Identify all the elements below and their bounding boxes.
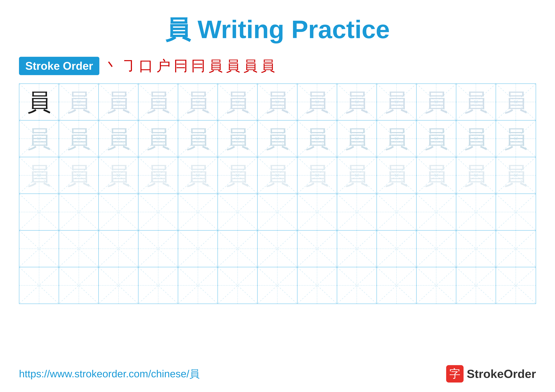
grid-cell[interactable]: 員 [337,157,377,193]
practice-char: 員 [146,90,170,114]
grid-cell[interactable] [99,231,139,267]
grid-cell[interactable]: 員 [337,84,377,120]
grid-cell[interactable]: 員 [19,84,59,120]
grid-cell[interactable] [496,267,536,304]
practice-char: 員 [464,127,488,150]
grid-row-6 [19,267,536,304]
footer-logo: 字 StrokeOrder [446,365,536,383]
grid-cell[interactable] [456,194,496,230]
grid-cell[interactable] [297,231,337,267]
grid-cell[interactable] [139,194,178,230]
grid-cell[interactable]: 員 [416,84,456,120]
grid-cell[interactable] [337,267,377,304]
grid-cell[interactable] [377,194,416,230]
grid-cell[interactable]: 員 [178,84,218,120]
grid-cell[interactable]: 員 [19,121,59,157]
grid-cell[interactable]: 員 [218,121,258,157]
grid-cell[interactable]: 員 [59,121,99,157]
practice-char: 員 [27,90,51,114]
grid-cell[interactable]: 員 [258,121,297,157]
grid-cell[interactable] [99,194,139,230]
logo-icon: 字 [446,365,464,383]
grid-cell[interactable]: 員 [496,121,536,157]
practice-char: 員 [27,127,51,150]
title-char: 員 [165,15,190,43]
page: 員 Writing Practice Stroke Order 丶 ㇆ 口 户 … [0,0,555,392]
grid-cell[interactable]: 員 [416,157,456,193]
practice-char: 員 [504,127,528,150]
grid-cell[interactable]: 員 [297,121,337,157]
grid-cell[interactable] [178,267,218,304]
grid-cell[interactable] [59,231,99,267]
grid-cell[interactable] [59,267,99,304]
grid-cell[interactable] [456,231,496,267]
grid-cell[interactable] [218,267,258,304]
grid-cell[interactable] [496,194,536,230]
grid-cell[interactable] [496,231,536,267]
page-title: 員 Writing Practice [165,13,390,47]
grid-cell[interactable]: 員 [218,157,258,193]
grid-cell[interactable] [178,194,218,230]
grid-cell[interactable]: 員 [456,157,496,193]
footer: https://www.strokeorder.com/chinese/員 字 … [19,365,536,383]
practice-char: 員 [186,127,210,150]
grid-cell[interactable] [297,194,337,230]
grid-cell[interactable]: 員 [416,121,456,157]
grid-cell[interactable]: 員 [377,157,416,193]
stroke-step-7: 員 [209,56,223,76]
grid-cell[interactable] [218,194,258,230]
grid-cell[interactable] [377,267,416,304]
grid-cell[interactable]: 員 [377,121,416,157]
grid-cell[interactable]: 員 [19,157,59,193]
grid-cell[interactable] [258,231,297,267]
grid-cell[interactable] [139,267,178,304]
grid-cell[interactable] [337,194,377,230]
grid-cell[interactable]: 員 [297,84,337,120]
grid-cell[interactable]: 員 [59,84,99,120]
grid-cell[interactable]: 員 [337,121,377,157]
grid-cell[interactable] [19,194,59,230]
grid-cell[interactable]: 員 [99,84,139,120]
practice-char: 員 [504,164,528,187]
grid-cell[interactable]: 員 [456,121,496,157]
grid-cell[interactable] [139,231,178,267]
grid-cell[interactable]: 員 [258,157,297,193]
grid-cell[interactable]: 員 [99,157,139,193]
practice-char: 員 [226,164,249,187]
grid-cell[interactable]: 員 [218,84,258,120]
grid-cell[interactable]: 員 [377,84,416,120]
grid-cell[interactable]: 員 [139,84,178,120]
practice-char: 員 [464,90,488,114]
grid-cell[interactable] [337,231,377,267]
grid-cell[interactable]: 員 [139,157,178,193]
grid-cell[interactable]: 員 [496,157,536,193]
practice-char: 員 [226,90,249,114]
practice-char: 員 [67,164,91,187]
grid-cell[interactable]: 員 [258,84,297,120]
grid-cell[interactable] [59,194,99,230]
grid-row-1: 員 員 員 員 員 員 員 員 [19,84,536,121]
grid-cell[interactable] [19,267,59,304]
grid-cell[interactable] [19,231,59,267]
grid-cell[interactable] [178,231,218,267]
grid-cell[interactable]: 員 [178,157,218,193]
grid-cell[interactable]: 員 [496,84,536,120]
grid-cell[interactable] [416,267,456,304]
grid-cell[interactable] [416,231,456,267]
grid-cell[interactable]: 員 [99,121,139,157]
grid-cell[interactable] [258,267,297,304]
footer-url[interactable]: https://www.strokeorder.com/chinese/員 [19,367,200,381]
grid-cell[interactable]: 員 [178,121,218,157]
grid-cell[interactable]: 員 [139,121,178,157]
grid-cell[interactable] [99,267,139,304]
grid-cell[interactable]: 員 [456,84,496,120]
grid-cell[interactable] [258,194,297,230]
grid-cell[interactable]: 員 [59,157,99,193]
grid-cell[interactable] [218,231,258,267]
practice-char: 員 [305,127,329,150]
grid-cell[interactable]: 員 [297,157,337,193]
grid-cell[interactable] [377,231,416,267]
grid-cell[interactable] [456,267,496,304]
grid-cell[interactable] [297,267,337,304]
grid-cell[interactable] [416,194,456,230]
